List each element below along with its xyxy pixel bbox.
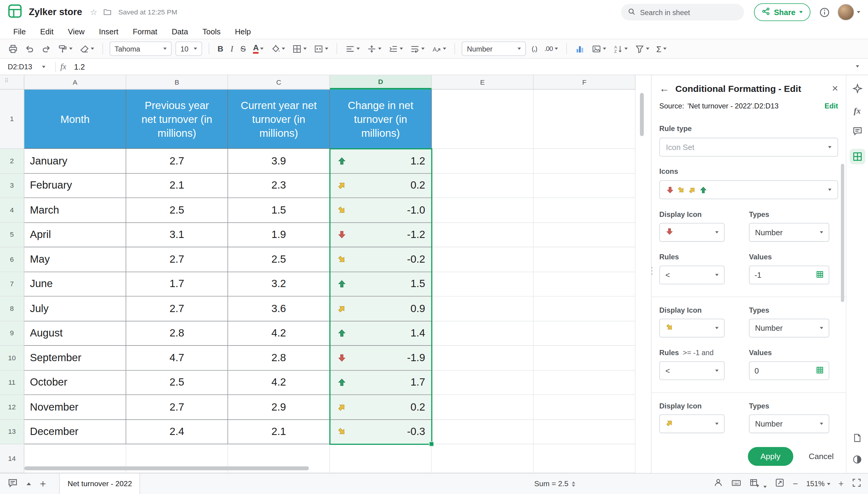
cell-B2[interactable]: 2.7: [126, 149, 228, 173]
fill-color-button[interactable]: [270, 42, 287, 56]
cell-A9[interactable]: August: [24, 321, 126, 346]
cell-A7[interactable]: June: [24, 272, 126, 297]
cell-C8[interactable]: 3.6: [228, 297, 330, 321]
horizontal-scrollbar[interactable]: [24, 466, 309, 470]
text-rotation-button[interactable]: A: [430, 42, 448, 56]
cell-C4[interactable]: 1.5: [228, 198, 330, 223]
cell-E9[interactable]: [432, 321, 534, 346]
clear-format-button[interactable]: [78, 42, 96, 56]
cell-F11[interactable]: [534, 370, 635, 395]
cell-F1[interactable]: [534, 90, 635, 149]
horizontal-align-button[interactable]: [344, 42, 362, 56]
sum-indicator[interactable]: Sum = 2.5: [534, 479, 575, 488]
cell-B9[interactable]: 2.8: [126, 321, 228, 346]
row-header-12[interactable]: 12: [0, 395, 24, 420]
wrap-text-button[interactable]: [409, 42, 426, 56]
types-select-1[interactable]: Number: [749, 223, 829, 242]
cell-E13[interactable]: [432, 420, 534, 444]
zoom-in-button[interactable]: +: [838, 479, 844, 489]
sum-functions-button[interactable]: Σ: [654, 42, 668, 56]
merge-cells-button[interactable]: [313, 42, 330, 56]
cell-B8[interactable]: 2.7: [126, 297, 228, 321]
cell-A1[interactable]: Month: [24, 90, 126, 149]
user-avatar[interactable]: [837, 4, 854, 20]
cell-D7[interactable]: 1.5: [330, 272, 432, 297]
cell-F2[interactable]: [534, 149, 635, 173]
menu-help[interactable]: Help: [235, 27, 251, 36]
cell-D3[interactable]: 0.2: [330, 173, 432, 198]
row-header-8[interactable]: 8: [0, 297, 24, 321]
number-format-select[interactable]: Number: [462, 42, 526, 56]
filter-button[interactable]: [633, 42, 651, 56]
favorite-star-icon[interactable]: ☆: [90, 7, 97, 17]
close-icon[interactable]: ×: [832, 82, 838, 95]
cell-D4[interactable]: -1.0: [330, 198, 432, 223]
range-select-icon[interactable]: [816, 366, 824, 375]
name-box[interactable]: D2:D13: [0, 59, 51, 75]
cell-F4[interactable]: [534, 198, 635, 223]
cell-F12[interactable]: [534, 395, 635, 420]
cell-E8[interactable]: [432, 297, 534, 321]
collaborators-icon[interactable]: [714, 478, 723, 490]
cell-A8[interactable]: July: [24, 297, 126, 321]
cell-B5[interactable]: 3.1: [126, 223, 228, 247]
cell-A12[interactable]: November: [24, 395, 126, 420]
expand-formula-bar-icon[interactable]: [856, 65, 859, 68]
cell-D1[interactable]: Change in net turnover (in millions): [330, 90, 432, 149]
value-input-2[interactable]: 0: [749, 361, 829, 380]
cell-D13[interactable]: -0.3: [330, 420, 432, 444]
cell-F13[interactable]: [534, 420, 635, 444]
row-header-14[interactable]: 14: [0, 444, 24, 473]
sheet-list-icon[interactable]: [26, 482, 31, 485]
menu-edit[interactable]: Edit: [40, 27, 53, 36]
operator-select-1[interactable]: <: [660, 266, 725, 284]
font-family-select[interactable]: Tahoma: [110, 42, 172, 56]
new-view-icon[interactable]: [749, 478, 767, 490]
indent-button[interactable]: [387, 42, 405, 56]
thousand-separator-button[interactable]: (,): [530, 42, 539, 56]
cell-E5[interactable]: [432, 223, 534, 247]
cell-C12[interactable]: 2.9: [228, 395, 330, 420]
cell-E4[interactable]: [432, 198, 534, 223]
cell-B1[interactable]: Previous year net turnover (in millions): [126, 90, 228, 149]
cell-E3[interactable]: [432, 173, 534, 198]
apply-button[interactable]: Apply: [748, 447, 793, 466]
column-header-A[interactable]: A: [24, 75, 126, 90]
cell-C2[interactable]: 3.9: [228, 149, 330, 173]
menu-insert[interactable]: Insert: [99, 27, 118, 36]
chat-icon[interactable]: [8, 478, 18, 490]
menu-tools[interactable]: Tools: [203, 27, 221, 36]
keyboard-shortcuts-icon[interactable]: [731, 478, 741, 490]
functions-panel-icon[interactable]: fx: [854, 106, 861, 116]
borders-button[interactable]: [291, 42, 309, 56]
cell-D8[interactable]: 0.9: [330, 297, 432, 321]
cell-C1[interactable]: Current year net turnover (in millions): [228, 90, 330, 149]
bold-button[interactable]: B: [216, 42, 225, 56]
sheet-tab[interactable]: Net turnover - 2022: [59, 474, 141, 494]
zoom-level-select[interactable]: 151%: [806, 479, 830, 488]
cell-F14[interactable]: [534, 444, 635, 473]
row-header-10[interactable]: 10: [0, 346, 24, 370]
vertical-scrollbar[interactable]: [640, 93, 644, 136]
zia-icon[interactable]: [852, 83, 862, 95]
search-input[interactable]: Search in sheet: [621, 4, 744, 20]
cell-C3[interactable]: 2.3: [228, 173, 330, 198]
cell-D12[interactable]: 0.2: [330, 395, 432, 420]
row-header-2[interactable]: 2: [0, 149, 24, 173]
cell-B4[interactable]: 2.5: [126, 198, 228, 223]
cell-C7[interactable]: 3.2: [228, 272, 330, 297]
cell-E7[interactable]: [432, 272, 534, 297]
operator-select-2[interactable]: <: [660, 361, 725, 380]
cell-E11[interactable]: [432, 370, 534, 395]
cell-A13[interactable]: December: [24, 420, 126, 444]
cell-A10[interactable]: September: [24, 346, 126, 370]
folder-icon[interactable]: [103, 8, 112, 17]
format-painter-button[interactable]: [56, 42, 74, 56]
decimal-places-button[interactable]: .00: [543, 42, 559, 56]
insert-image-button[interactable]: [590, 42, 608, 56]
theme-contrast-icon[interactable]: [853, 455, 862, 467]
cell-F5[interactable]: [534, 223, 635, 247]
cell-A3[interactable]: February: [24, 173, 126, 198]
cell-E1[interactable]: [432, 90, 534, 149]
row-header-6[interactable]: 6: [0, 247, 24, 272]
